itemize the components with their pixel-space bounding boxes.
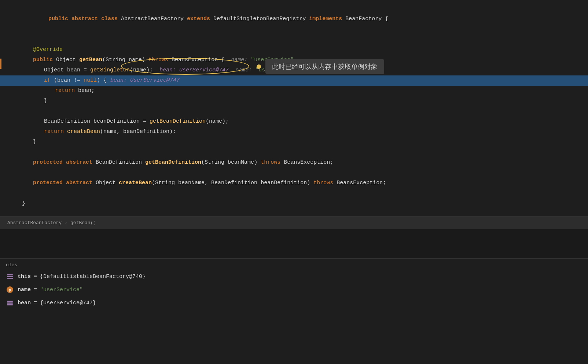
- breadcrumb-bar: AbstractBeanFactory › getBean(): [0, 216, 588, 229]
- code-line-10: BeanDefinition beanDefinition = getBeanD…: [22, 116, 588, 127]
- var-row-bean[interactable]: bean = {UserService@747}: [0, 296, 588, 309]
- breadcrumb-method: getBean(): [70, 220, 96, 226]
- this-icon: [6, 272, 14, 281]
- code-line-12: }: [22, 137, 588, 147]
- tooltip-text: 此时已经可以从内存中获取单例对象: [272, 63, 378, 70]
- code-line-7: return bean;: [22, 86, 588, 96]
- bean-icon: [6, 299, 14, 307]
- code-line-3: @Override: [22, 45, 588, 55]
- code-line-6-highlighted: if (bean != null) {bean: UserService@747: [22, 75, 588, 86]
- breadcrumb-class: AbstractBeanFactory: [7, 220, 62, 226]
- editor-container: public abstract class AbstractBeanFactor…: [0, 0, 588, 364]
- code-line-1: public abstract class AbstractBeanFactor…: [22, 4, 588, 34]
- code-editor[interactable]: public abstract class AbstractBeanFactor…: [0, 0, 588, 216]
- var-bean-value: {UserService@747}: [40, 300, 96, 306]
- code-line-13: [22, 147, 588, 157]
- code-line-16: protected abstract Object createBean(Str…: [22, 178, 588, 188]
- panel-header: oles: [0, 259, 588, 270]
- var-name-name: name: [18, 287, 31, 293]
- breadcrumb-separator: ›: [65, 220, 67, 226]
- var-name-value: "userService": [40, 287, 83, 293]
- var-bean-name: bean: [18, 300, 31, 306]
- var-row-name[interactable]: p name = "userService": [0, 283, 588, 296]
- code-line-17: [22, 188, 588, 198]
- var-this-name: this: [18, 274, 31, 280]
- var-bean-equals: =: [34, 300, 37, 306]
- name-icon: p: [6, 286, 14, 294]
- var-this-value: {DefaultListableBeanFactory@740}: [40, 274, 146, 280]
- var-this-equals: =: [34, 274, 37, 280]
- var-row-this[interactable]: this = {DefaultListableBeanFactory@740}: [0, 270, 588, 283]
- code-line-11: return createBean(name, beanDefinition);: [22, 127, 588, 137]
- code-line-18: }: [22, 198, 588, 209]
- tooltip-dot: [257, 64, 261, 69]
- code-line-14: protected abstract BeanDefinition getBea…: [22, 157, 588, 168]
- code-line-8: }: [22, 96, 588, 106]
- divider-area: [0, 229, 588, 259]
- code-line-9: [22, 106, 588, 116]
- code-line-15: [22, 168, 588, 178]
- tooltip-container: 此时已经可以从内存中获取单例对象: [257, 59, 384, 74]
- panel-header-label: oles: [6, 262, 17, 268]
- var-name-equals: =: [34, 287, 37, 293]
- code-line-2: [22, 34, 588, 45]
- variables-panel: oles this = {DefaultListableBeanFactory@…: [0, 259, 588, 364]
- tooltip-box: 此时已经可以从内存中获取单例对象: [265, 59, 384, 74]
- breakpoint-indicator: [0, 59, 1, 69]
